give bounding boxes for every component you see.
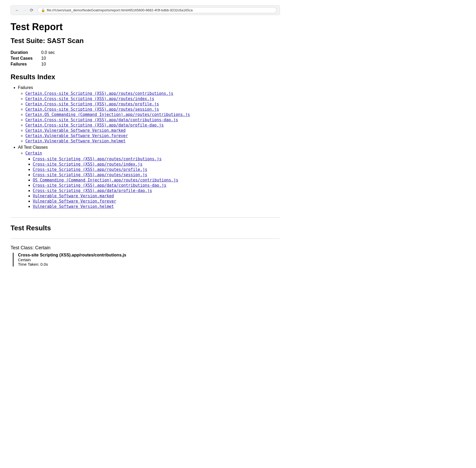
certain-items-list: Cross-site Scripting (XSS).app/routes/co… [25, 157, 280, 209]
url-bar[interactable]: 🔒 file:///Users/sast_demo/NodeGoat/repor… [38, 7, 277, 13]
results-index: Results Index Failures Certain.Cross-sit… [11, 73, 280, 209]
failures-group-label: Failures [18, 85, 33, 90]
failure-link[interactable]: Certain.OS Commanding (Command Injection… [25, 112, 190, 117]
test-cases-value: 10 [41, 56, 46, 61]
failure-link[interactable]: Certain.Cross-site Scripting (XSS).app/r… [25, 102, 159, 106]
failure-list-item: Certain.Cross-site Scripting (XSS).app/d… [25, 118, 280, 122]
test-case-name: Cross-site Scripting (XSS).app/routes/co… [18, 253, 280, 258]
certain-item: Cross-site Scripting (XSS).app/data/cont… [33, 183, 280, 188]
meta-table: Duration 0.0 sec Test Cases 10 Failures … [11, 50, 280, 67]
certain-item-link[interactable]: Cross-site Scripting (XSS).app/routes/in… [33, 162, 142, 167]
all-test-classes-group: All Test Classes Certain Cross-site Scri… [18, 145, 280, 209]
failure-link[interactable]: Certain.Vulnerable Software Version.helm… [25, 139, 125, 143]
failures-group: Failures Certain.Cross-site Scripting (X… [18, 85, 280, 143]
certain-item: Cross-site Scripting (XSS).app/routes/se… [33, 172, 280, 177]
failure-link[interactable]: Certain.Cross-site Scripting (XSS).app/r… [25, 96, 154, 101]
back-button[interactable]: ← [14, 7, 20, 13]
certain-item: Cross-site Scripting (XSS).app/data/prof… [33, 188, 280, 193]
certain-item: Vulnerable Software Version.helmet [33, 204, 280, 209]
certain-item: Cross-site Scripting (XSS).app/routes/co… [33, 157, 280, 161]
certain-item: Cross-site Scripting (XSS).app/routes/in… [33, 162, 280, 167]
test-cases-row: Test Cases 10 [11, 56, 280, 61]
test-class-certain: Test Class: Certain Cross-site Scripting… [11, 245, 280, 266]
certain-item-link[interactable]: Cross-site Scripting (XSS).app/data/cont… [33, 183, 166, 188]
certain-item: OS Commanding (Command Injection).app/ro… [33, 178, 280, 182]
failure-list-item: Certain.Cross-site Scripting (XSS).app/d… [25, 123, 280, 128]
failures-label: Failures [11, 62, 37, 67]
test-class-header: Test Class: Certain [11, 245, 280, 251]
browser-navigation: ← → ⟳ [14, 7, 34, 13]
forward-button[interactable]: → [21, 7, 28, 13]
failure-link[interactable]: Certain.Cross-site Scripting (XSS).app/r… [25, 91, 173, 96]
certain-class-link[interactable]: Certain [25, 151, 42, 156]
failure-link[interactable]: Certain.Cross-site Scripting (XSS).app/d… [25, 118, 178, 122]
failures-list: Certain.Cross-site Scripting (XSS).app/r… [18, 91, 280, 143]
test-cases-label: Test Cases [11, 56, 37, 61]
certain-item-link[interactable]: Vulnerable Software Version.helmet [33, 204, 114, 209]
duration-row: Duration 0.0 sec [11, 50, 280, 55]
failure-list-item: Certain.Vulnerable Software Version.mark… [25, 128, 280, 133]
failure-link[interactable]: Certain.Cross-site Scripting (XSS).app/r… [25, 107, 159, 112]
top-level-list: Failures Certain.Cross-site Scripting (X… [11, 85, 280, 209]
certain-class-item: Certain Cross-site Scripting (XSS).app/r… [25, 151, 280, 209]
test-case-block: Cross-site Scripting (XSS).app/routes/co… [13, 253, 280, 266]
failures-row: Failures 10 [11, 62, 280, 67]
lock-icon: 🔒 [41, 8, 45, 12]
test-case-time: Time Taken: 0.0s [18, 262, 280, 266]
duration-value: 0.0 sec [41, 50, 55, 55]
certain-item: Vulnerable Software Version.marked [33, 194, 280, 198]
failure-link[interactable]: Certain.Vulnerable Software Version.mark… [25, 128, 125, 133]
divider-1 [11, 217, 280, 218]
failure-list-item: Certain.Cross-site Scripting (XSS).app/r… [25, 102, 280, 106]
test-results-section: Test Results Test Class: Certain Cross-s… [11, 224, 280, 266]
reload-button[interactable]: ⟳ [29, 7, 34, 13]
failure-list-item: Certain.Vulnerable Software Version.helm… [25, 139, 280, 143]
results-index-title: Results Index [11, 73, 280, 81]
suite-title: Test Suite: SAST Scan [11, 37, 280, 45]
certain-item-link[interactable]: Vulnerable Software Version.marked [33, 194, 114, 198]
all-test-classes-label: All Test Classes [18, 145, 48, 149]
failure-list-item: Certain.OS Commanding (Command Injection… [25, 112, 280, 117]
test-case-class: Certain [18, 258, 280, 262]
report-title: Test Report [11, 21, 280, 32]
certain-item-link[interactable]: Cross-site Scripting (XSS).app/routes/pr… [33, 167, 147, 172]
url-text: file:///Users/sast_demo/NodeGoat/reports… [47, 8, 193, 12]
certain-item: Vulnerable Software Version.forever [33, 199, 280, 204]
certain-item-link[interactable]: Cross-site Scripting (XSS).app/data/prof… [33, 188, 152, 193]
failures-value: 10 [41, 62, 46, 67]
failure-list-item: Certain.Vulnerable Software Version.fore… [25, 133, 280, 138]
divider-2 [11, 238, 280, 239]
failure-link[interactable]: Certain.Vulnerable Software Version.fore… [25, 133, 128, 138]
certain-item: Cross-site Scripting (XSS).app/routes/pr… [33, 167, 280, 172]
certain-item-link[interactable]: Cross-site Scripting (XSS).app/routes/co… [33, 157, 162, 161]
duration-label: Duration [11, 50, 37, 55]
certain-item-link[interactable]: Cross-site Scripting (XSS).app/routes/se… [33, 172, 147, 177]
all-test-classes-list: Certain Cross-site Scripting (XSS).app/r… [18, 151, 280, 209]
browser-bar: ← → ⟳ 🔒 file:///Users/sast_demo/NodeGoat… [11, 5, 280, 15]
failure-list-item: Certain.Cross-site Scripting (XSS).app/r… [25, 91, 280, 96]
failure-list-item: Certain.Cross-site Scripting (XSS).app/r… [25, 107, 280, 112]
failure-link[interactable]: Certain.Cross-site Scripting (XSS).app/d… [25, 123, 164, 128]
test-results-title: Test Results [11, 224, 280, 232]
certain-item-link[interactable]: Vulnerable Software Version.forever [33, 199, 116, 204]
failure-list-item: Certain.Cross-site Scripting (XSS).app/r… [25, 96, 280, 101]
certain-item-link[interactable]: OS Commanding (Command Injection).app/ro… [33, 178, 178, 182]
